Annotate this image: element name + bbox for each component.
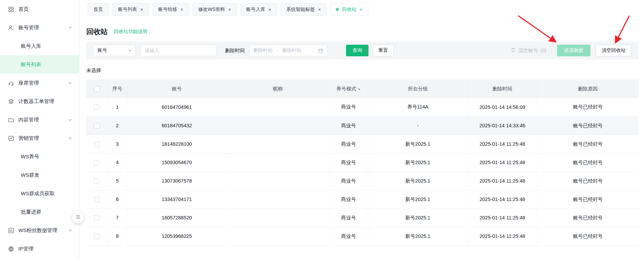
tab-1[interactable]: 账号列表× [112,3,149,16]
sidebar-item-account-list[interactable]: 账号列表 [0,55,79,74]
tab-close-icon[interactable]: × [140,7,143,12]
sidebar-item-batch-join-group[interactable]: 批量进群 [0,203,79,221]
select-all-checkbox[interactable] [94,86,100,92]
table-cell: 60184705432 [127,116,226,135]
table-cell: 15093054670 [127,153,226,172]
field-select[interactable]: 账号 [93,45,136,56]
sidebar-item-marketing-management[interactable]: 营销管理 [0,129,79,147]
table-cell [226,190,329,208]
tab-label: 修改WS资料 [198,6,225,13]
column-header: 所在分组 [368,80,468,98]
sidebar-item-counter-ticket-management[interactable]: 计数器工单管理 [0,92,79,111]
column-header[interactable]: 养号模式▼ [329,80,368,98]
table-cell: 账号已经封号 [537,116,639,135]
table-row: 812053968225商业号新号2025.12025-01-14 11:25:… [86,227,639,245]
column-header-label: 所在分组 [408,86,428,91]
tab-label: 账号入库 [246,6,265,13]
table-cell [226,116,329,135]
sidebar-item-ws-fans-data-management[interactable]: WS粉丝数据管理 [0,221,79,240]
sidebar-item-ws-bulk-send[interactable]: WS群发 [0,166,79,184]
sidebar-collapse-button[interactable] [72,212,84,224]
tab-close-icon[interactable]: × [180,7,183,12]
date-filter-label: 删除时间 [225,47,245,54]
tab-label: 系统智能标签 [286,6,315,13]
page-title: 回收站 [86,27,108,37]
tab-3[interactable]: 修改WS资料× [193,3,237,16]
sidebar-item-label: WS群发 [21,172,39,178]
table-cell: 新号2025.1 [368,172,468,190]
table-cell: 账号已经封号 [537,135,639,153]
sidebar-item-seat-management[interactable]: 座席管理 [0,74,79,92]
row-checkbox[interactable] [94,197,100,202]
tab-close-icon[interactable]: × [318,7,321,12]
menu-fold-icon [75,214,81,221]
sidebar-item-account-import[interactable]: 账号入库 [0,37,79,55]
restore-data-button[interactable]: 还原数据 [557,45,590,56]
tab-2[interactable]: 账号转移× [152,3,189,16]
column-header-label: 昵称 [273,86,283,91]
column-header: 昵称 [226,80,329,98]
reset-button[interactable]: 重置 [373,45,394,56]
recycle-table: 序号账号昵称养号模式▼所在分组删除时间删除原因 160184704961商业号养… [86,80,639,246]
table-body: 160184704961商业号养号114A2025-01-14 14:56:09… [86,98,639,245]
column-header-label: 删除时间 [493,86,512,91]
tab-5[interactable]: 系统智能标签× [281,3,327,16]
table-header-row: 序号账号昵称养号模式▼所在分组删除时间删除原因 [86,80,639,98]
tab-close-icon[interactable]: × [228,7,231,12]
keyword-input[interactable] [140,45,216,56]
table-cell: 18146228100 [127,135,226,153]
chevron-up-icon [68,136,72,140]
table-cell: 商业号 [329,208,368,227]
globe-icon [8,246,14,252]
date-range-picker[interactable]: 删除时间 - 删除时间 [249,45,327,56]
table-cell: 商业号 [329,116,368,135]
table-cell: 7 [107,208,127,227]
table-cell [226,172,329,190]
column-header: 删除原因 [537,80,639,98]
table-cell: 新号2025.1 [368,153,468,172]
tab-4[interactable]: 账号入库× [240,3,277,16]
clear-accounts-count: (0) [540,48,546,53]
filter-caret-icon[interactable]: ▼ [358,88,361,91]
folder-icon [8,117,14,123]
table-cell: 13343704171 [127,190,226,208]
row-checkbox[interactable] [94,234,100,239]
table-cell: 16057288520 [127,208,226,227]
bar-chart-icon [8,228,14,233]
row-checkbox[interactable] [94,104,100,110]
sidebar-item-label: 账号列表 [21,61,41,68]
tab-6-active[interactable]: 回收站× [330,3,368,16]
tab-close-icon[interactable]: × [359,7,362,12]
row-checkbox[interactable] [94,142,100,147]
page-content: 回收站 回收站功能说明 账号 删除时间 删除时间 - 删除时间 查询 重置 [79,27,644,246]
table-cell: 2025-01-14 11:25:48 [468,227,537,245]
table-cell: 账号已经封号 [537,190,639,208]
table-cell [226,98,329,116]
table-cell: 新号2025.1 [368,208,468,227]
filter-bar: 账号 删除时间 删除时间 - 删除时间 查询 重置 [86,42,639,59]
sidebar-item-ws-group-member-fetch[interactable]: WS群成员获取 [0,184,79,203]
table-cell [226,153,329,172]
sidebar-item-home[interactable]: 首页 [0,0,79,18]
row-checkbox[interactable] [94,160,100,166]
empty-recycle-bin-button[interactable]: 清空回收站 [596,45,632,56]
sidebar-item-account-management[interactable]: 账号管理 [0,18,79,37]
recycle-help-link[interactable]: 回收站功能说明 [114,29,147,35]
tab-0[interactable]: 首页 [88,3,109,16]
table-cell: 商业号 [329,98,368,116]
row-checkbox[interactable] [94,178,100,184]
sidebar-item-content-management[interactable]: 内容管理 [0,111,79,129]
sidebar-item-ip-management[interactable]: IP管理 [0,240,79,258]
tab-close-icon[interactable]: × [268,7,271,12]
row-checkbox[interactable] [94,123,100,129]
clear-accounts-button[interactable]: 清空账号 (0) [511,47,546,54]
row-checkbox[interactable] [94,215,100,221]
table-row: 513073067578商业号新号2025.12025-01-14 11:25:… [86,172,639,190]
search-button[interactable]: 查询 [346,45,369,56]
sidebar-item-ws-nurture[interactable]: WS养号 [0,147,79,166]
table-cell [226,135,329,153]
user-icon [8,25,14,31]
sidebar-item-label: WS群成员获取 [21,190,55,197]
table-cell: 商业号 [329,172,368,190]
table-cell: 商业号 [329,227,368,245]
